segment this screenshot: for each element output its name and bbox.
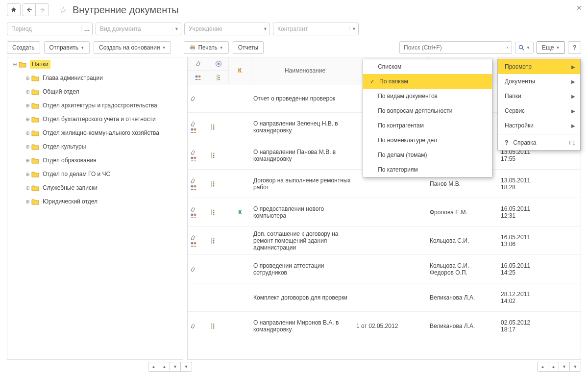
submenu-item[interactable]: По вопросам деятельности [363,103,492,118]
nav-last[interactable]: ▼ [181,362,192,371]
attachment-icon [190,177,206,184]
svg-point-22 [213,152,215,154]
expand-icon[interactable]: ⊕ [24,75,31,81]
folder-icon [31,74,40,82]
collapse-icon[interactable]: ⊖ [11,61,18,68]
svg-point-5 [195,75,197,77]
nav-last[interactable]: ▼ [570,362,581,371]
tree-item[interactable]: ⊕Общий отдел [7,85,183,99]
back-button[interactable] [23,4,36,16]
tree-item[interactable]: ⊕Служебные записки [7,181,183,195]
nav-down[interactable]: ▼ [559,362,570,371]
tree-item[interactable]: ⊕Отдел жилищно-коммунального хозяйства [7,126,183,140]
nav-down[interactable]: ▼ [170,362,181,371]
nav-first[interactable]: ▲ [148,362,159,371]
menu-item[interactable]: Настройки▶ [498,118,580,133]
submenu-item[interactable]: По категориям [363,162,492,177]
more-button[interactable]: Еще▼ [537,41,565,54]
doctype-filter[interactable]: Вид документа ▼ [96,23,181,35]
menu-item[interactable]: Просмотр▶ [498,59,580,74]
expand-icon[interactable]: ⊕ [24,130,31,136]
svg-point-8 [217,63,220,65]
submenu-item[interactable]: По номенклатуре дел [363,133,492,148]
folder-icon [31,184,40,192]
expand-icon[interactable]: ⊕ [24,116,31,123]
chevron-down-icon[interactable]: ▼ [261,26,270,31]
submenu-item[interactable]: По видам документов [363,89,492,103]
folder-tree: ⊖ Папки ⊕Глава администрации⊕Общий отдел… [7,57,183,360]
search-icon [518,45,524,50]
tree-root[interactable]: ⊖ Папки [7,57,183,71]
create-button[interactable]: Создать [7,41,40,54]
close-button[interactable]: ✕ [576,4,582,12]
svg-point-10 [218,75,220,76]
tree-item[interactable]: ⊕Отдел архитектуры и градостроительства [7,99,183,112]
menu-item[interactable]: Сервис▶ [498,103,580,118]
expand-icon[interactable]: ⊕ [24,171,31,177]
tree-item[interactable]: ⊕Юридический отдел [7,195,183,208]
expand-icon[interactable]: ⊕ [24,89,31,95]
table-row[interactable]: Доп. соглашение к договору на ремонт пом… [188,227,581,255]
process-icon [210,124,227,130]
menu-item[interactable]: Документы▶ [498,74,580,89]
tree-item[interactable]: ⊕Глава администрации [7,71,183,85]
tree-item[interactable]: ⊕Отдел образования [7,153,183,167]
ellipsis-icon[interactable]: … [81,25,92,32]
expand-icon[interactable]: ⊕ [24,102,31,109]
search-input[interactable]: × [399,41,512,54]
help-button[interactable]: ? [568,41,581,54]
svg-point-30 [213,185,215,186]
svg-point-46 [213,327,215,328]
expand-icon[interactable]: ⊕ [24,144,31,150]
reports-button[interactable]: Отчеты [233,41,264,54]
table-row[interactable]: О проведении аттестации сотрудниковКольц… [188,255,581,283]
col-k[interactable]: К [229,57,251,84]
folder-icon [31,115,40,123]
svg-point-38 [194,242,196,244]
nav-up[interactable]: ▲ [548,362,559,371]
forward-button[interactable] [36,4,49,16]
expand-icon[interactable]: ⊕ [24,199,31,205]
table-row[interactable]: Комплект договоров для проверкиВеликанов… [188,283,581,312]
expand-icon[interactable]: ⊕ [24,157,31,164]
expand-icon[interactable]: ⊕ [24,185,31,191]
table-row[interactable]: О направлении Миронов В.А. в командировк… [188,312,581,340]
tree-item[interactable]: ⊕Отдел по делам ГО и ЧС [7,167,183,181]
submenu-item[interactable]: По делам (томам) [363,148,492,162]
contr-filter[interactable]: Контрагент ▼ [273,23,359,35]
chevron-down-icon[interactable]: ▼ [349,26,358,31]
folder-icon [31,88,40,96]
org-filter[interactable]: Учреждение ▼ [184,23,270,35]
people-icon [188,71,208,84]
submenu-item[interactable]: Списком [363,59,492,74]
create-from-button[interactable]: Создать на основании▼ [94,41,171,54]
clear-search-icon[interactable]: × [503,45,512,50]
col-name[interactable]: Наименование [251,57,354,84]
chevron-down-icon[interactable]: ▼ [172,26,181,31]
menu-item[interactable]: ?СправкаF1 [498,135,580,150]
process-icon [208,71,228,84]
period-filter[interactable]: Период … [7,23,93,35]
svg-point-35 [213,211,215,213]
send-button[interactable]: Отправить▼ [44,41,90,54]
attachment-icon [190,206,206,213]
home-button[interactable] [7,3,21,16]
nav-up[interactable]: ▲ [159,362,170,371]
search-button[interactable]: ▼ [515,42,534,53]
star-icon[interactable]: ☆ [58,4,69,15]
people-icon [190,184,206,190]
submenu-item[interactable]: По контрагентам [363,118,492,133]
nav-first[interactable]: ▲ [538,362,548,371]
tree-item[interactable]: ⊕Отдел культуры [7,140,183,153]
table-row[interactable]: КО предоставлении нового компьютераФроло… [188,198,581,227]
process-icon [210,237,227,244]
submenu-item[interactable]: ✓По папкам [363,74,492,89]
folder-icon [31,101,40,109]
tree-item[interactable]: ⊕Отдел бухгалтерского учета и отчетности [7,112,183,126]
svg-point-28 [213,181,215,182]
tree-nav-footer: ▲ ▲ ▼ ▼ [148,362,192,372]
svg-point-25 [191,185,194,187]
print-button[interactable]: Печать▼ [184,41,228,54]
folder-icon [18,60,27,68]
menu-item[interactable]: Папки▶ [498,89,580,103]
